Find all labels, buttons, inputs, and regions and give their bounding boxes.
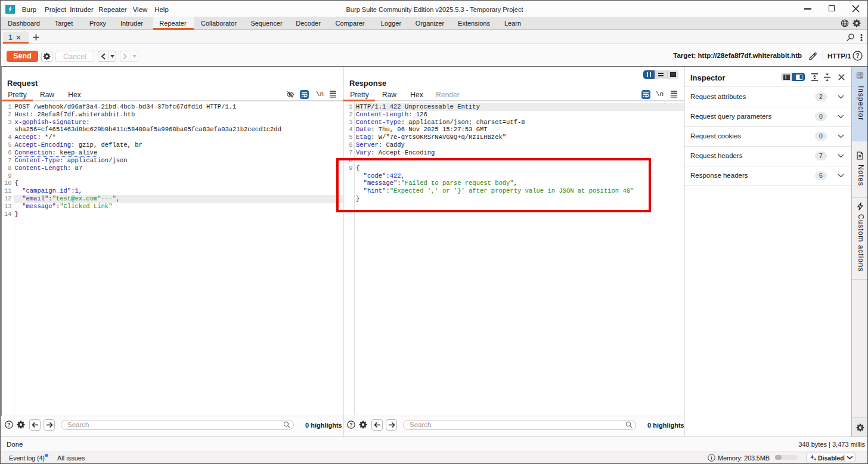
svg-text:?: ? — [855, 52, 859, 59]
svg-text:?: ? — [349, 422, 352, 428]
svg-text:?: ? — [7, 422, 10, 428]
